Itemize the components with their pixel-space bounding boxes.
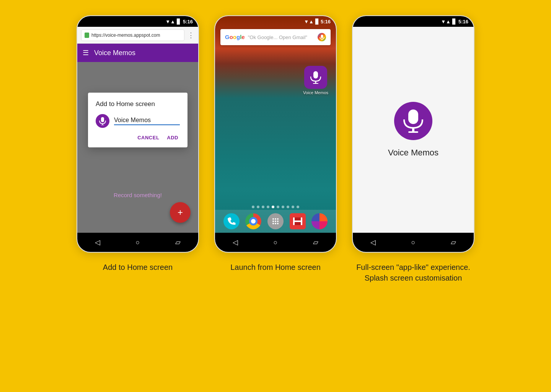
dot-5-active bbox=[272, 206, 274, 208]
dot-4 bbox=[267, 206, 269, 208]
svg-point-8 bbox=[272, 218, 274, 220]
lock-icon bbox=[85, 33, 89, 38]
voice-memos-icon-circle bbox=[304, 66, 327, 89]
phone3-caption-block: Full-screen "app-like" experience.Splash… bbox=[352, 262, 474, 283]
signal-icon2: ▼▲ bbox=[304, 19, 314, 24]
voice-memos-home-icon[interactable]: Voice Memos bbox=[303, 66, 328, 95]
dot-9 bbox=[292, 206, 294, 208]
back-icon2[interactable]: ◁ bbox=[233, 238, 238, 247]
recents-icon[interactable]: ▱ bbox=[175, 238, 181, 247]
dock-gallery-icon[interactable] bbox=[311, 213, 328, 229]
phone1-status-bar: ▼▲ ▊ 5:16 bbox=[77, 16, 198, 27]
dock-phone-icon[interactable] bbox=[223, 213, 240, 229]
dot-7 bbox=[282, 206, 284, 208]
splash-logo bbox=[394, 102, 432, 140]
fab-add-button[interactable]: + bbox=[170, 202, 191, 223]
back-icon3[interactable]: ◁ bbox=[370, 238, 376, 247]
phone1-caption-block: Add to Home screen bbox=[77, 262, 199, 273]
phone2-caption: Launch from Home screen bbox=[230, 263, 321, 271]
phone3-nav-bar: ◁ ○ ▱ bbox=[353, 233, 474, 252]
svg-point-11 bbox=[272, 220, 274, 222]
dock-apps-icon[interactable] bbox=[267, 213, 284, 229]
battery-icon3: ▊ bbox=[452, 19, 456, 24]
svg-rect-6 bbox=[315, 81, 316, 83]
splash-app-name: Voice Memos bbox=[388, 148, 439, 158]
cancel-button[interactable]: CANCEL bbox=[136, 132, 161, 143]
svg-rect-23 bbox=[408, 131, 418, 133]
recents-icon3[interactable]: ▱ bbox=[451, 238, 456, 247]
more-menu-icon[interactable]: ⋮ bbox=[187, 31, 194, 39]
phone1-nav-bar: ◁ ○ ▱ bbox=[77, 233, 198, 252]
url-text: https://voice-memos.appspot.com bbox=[91, 33, 160, 38]
dock-bar bbox=[215, 210, 336, 233]
dock-chrome-icon[interactable] bbox=[245, 213, 261, 229]
svg-point-10 bbox=[277, 218, 279, 220]
svg-point-15 bbox=[275, 223, 276, 224]
phone3-status-icons: ▼▲ ▊ bbox=[441, 19, 456, 24]
google-search-bar[interactable]: Google "Ok Google... Open Gmail" bbox=[220, 29, 331, 45]
recents-icon2[interactable]: ▱ bbox=[313, 238, 318, 247]
svg-rect-20 bbox=[293, 220, 302, 222]
dot-6 bbox=[277, 206, 279, 208]
dialog-actions: CANCEL ADD bbox=[96, 132, 180, 143]
add-to-homescreen-dialog: Add to Home screen Voice Memos bbox=[88, 93, 187, 147]
home-icon2[interactable]: ○ bbox=[274, 238, 278, 247]
app-toolbar: ☰ Voice Memos bbox=[77, 44, 198, 62]
svg-rect-2 bbox=[101, 125, 104, 125]
svg-point-14 bbox=[272, 223, 274, 224]
phone1-time: 5:16 bbox=[183, 19, 193, 24]
dot-2 bbox=[257, 206, 259, 208]
phone2-nav-bar: ◁ ○ ▱ bbox=[215, 233, 336, 252]
dialog-title: Add to Home screen bbox=[96, 100, 180, 108]
voice-search-icon[interactable] bbox=[318, 33, 326, 41]
svg-rect-0 bbox=[101, 117, 104, 122]
dialog-mic-icon bbox=[96, 114, 109, 128]
svg-rect-7 bbox=[313, 83, 318, 84]
dot-10 bbox=[297, 206, 299, 208]
phone3-time: 5:16 bbox=[458, 19, 468, 24]
dock-video-icon[interactable] bbox=[290, 213, 306, 229]
battery-icon: ▊ bbox=[177, 19, 181, 24]
app-title: Voice Memos bbox=[94, 49, 135, 57]
hamburger-icon[interactable]: ☰ bbox=[83, 49, 89, 57]
svg-point-9 bbox=[275, 218, 276, 220]
phone1-caption: Add to Home screen bbox=[103, 263, 173, 271]
phones-row: ▼▲ ▊ 5:16 https://voice-memos.appspot.co… bbox=[77, 15, 474, 377]
battery-icon2: ▊ bbox=[315, 19, 319, 24]
back-icon[interactable]: ◁ bbox=[95, 238, 100, 247]
dialog-input-row: Voice Memos bbox=[96, 114, 180, 128]
phone1-status-icons: ▼▲ ▊ bbox=[165, 19, 181, 24]
signal-icon: ▼▲ bbox=[165, 19, 175, 24]
svg-rect-21 bbox=[408, 109, 418, 124]
google-logo: Google bbox=[225, 34, 245, 41]
svg-rect-5 bbox=[313, 71, 318, 78]
svg-point-13 bbox=[277, 220, 279, 222]
url-box[interactable]: https://voice-memos.appspot.com bbox=[81, 29, 184, 41]
phone2: ▼▲ ▊ 5:16 Google "Ok Google... Open Gmai… bbox=[214, 15, 337, 253]
dot-8 bbox=[287, 206, 289, 208]
signal-icon3: ▼▲ bbox=[441, 19, 451, 24]
svg-point-12 bbox=[275, 220, 276, 222]
chrome-bar: https://voice-memos.appspot.com ⋮ bbox=[77, 27, 198, 44]
search-hint: "Ok Google... Open Gmail" bbox=[248, 34, 315, 40]
home-icon-label: Voice Memos bbox=[303, 90, 328, 95]
dialog-app-name[interactable]: Voice Memos bbox=[114, 117, 180, 125]
page-dots bbox=[215, 206, 336, 208]
svg-point-16 bbox=[277, 223, 279, 224]
phone2-status-bar: ▼▲ ▊ 5:16 bbox=[215, 16, 336, 27]
dot-1 bbox=[252, 206, 254, 208]
dot-3 bbox=[262, 206, 264, 208]
svg-rect-22 bbox=[412, 128, 414, 131]
phone2-caption-block: Launch from Home screen bbox=[214, 262, 337, 273]
phone1-body: Add to Home screen Voice Memos bbox=[77, 62, 198, 233]
phone2-container: ▼▲ ▊ 5:16 Google "Ok Google... Open Gmai… bbox=[214, 15, 337, 273]
home-icon3[interactable]: ○ bbox=[411, 238, 416, 247]
phone3: ▼▲ ▊ 5:16 Voice Memos ◁ bbox=[352, 15, 474, 253]
svg-rect-4 bbox=[321, 39, 322, 40]
phone1-container: ▼▲ ▊ 5:16 https://voice-memos.appspot.co… bbox=[77, 15, 199, 273]
splash-screen: Voice Memos bbox=[353, 27, 474, 233]
svg-rect-1 bbox=[102, 124, 103, 125]
phone1: ▼▲ ▊ 5:16 https://voice-memos.appspot.co… bbox=[77, 15, 199, 253]
add-button[interactable]: ADD bbox=[165, 132, 180, 143]
home-icon[interactable]: ○ bbox=[136, 238, 140, 247]
